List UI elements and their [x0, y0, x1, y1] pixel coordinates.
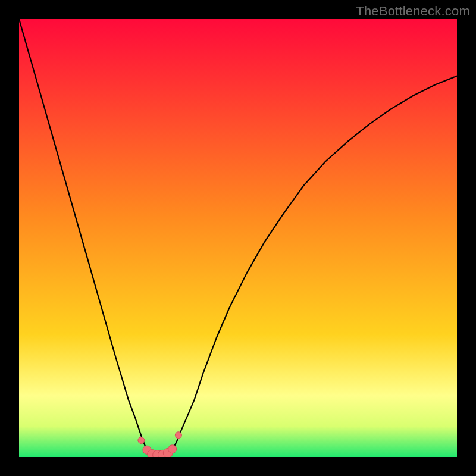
valley-marker [138, 437, 145, 444]
curve-layer [19, 19, 457, 457]
valley-marker [175, 432, 181, 439]
valley-marker [168, 445, 177, 453]
bottleneck-curve [19, 19, 457, 455]
chart-frame: TheBottleneck.com [0, 0, 476, 476]
plot-area [19, 19, 457, 457]
watermark-text: TheBottleneck.com [356, 4, 470, 19]
